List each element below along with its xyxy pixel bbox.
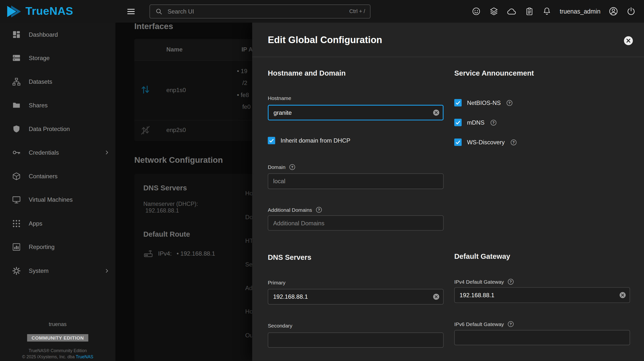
help-icon[interactable]: ? [289,164,296,170]
copyright-text: © 2025 iXsystems, Inc. dba TrueNAS [0,354,116,359]
datasets-icon [12,77,21,86]
sidebar-item-apps[interactable]: Apps [0,212,116,235]
ipv6-gateway-field [454,330,630,345]
domain-label-text: Domain [268,164,286,170]
netbios-label: NetBIOS-NS [467,100,501,106]
clear-icon[interactable] [432,293,440,300]
inherit-domain-label: Inherit domain from DHCP [280,137,350,144]
sidebar-item-label: Apps [29,220,42,227]
svg-text:?: ? [510,280,512,284]
credentials-icon [12,148,21,157]
svg-text:?: ? [510,322,512,326]
truenas-logo[interactable]: TrueNAS [0,5,116,19]
search-input[interactable] [167,8,346,15]
sidebar-item-dashboard[interactable]: Dashboard [0,23,116,46]
jobs-icon[interactable] [522,4,537,19]
sidebar-item-data-protection[interactable]: Data Protection [0,117,116,141]
panel-right-column: Service Announcement NetBIOS-NS ? mDNS ? [454,57,630,345]
checkbox-checked[interactable] [454,99,462,106]
sidebar-item-datasets[interactable]: Datasets [0,70,116,94]
hostname-field-label: Hostname [268,95,444,102]
sidebar-item-reporting[interactable]: Reporting [0,235,116,259]
truenas-logo-icon [6,5,22,19]
top-right-actions: truenas_admin [469,4,644,19]
primary-dns-input[interactable] [268,289,444,304]
checkbox-checked[interactable] [454,119,462,126]
secondary-dns-input[interactable] [268,332,444,348]
containers-icon [12,172,21,181]
ipv6-gateway-input[interactable] [454,330,630,345]
svg-text:?: ? [492,120,494,124]
vm-icon [12,195,21,204]
sidebar-item-label: Shares [29,102,48,109]
user-avatar-icon[interactable] [606,4,620,19]
mdns-label: mDNS [467,119,484,126]
additional-domains-field [268,215,444,231]
sidebar-item-containers[interactable]: Containers [0,165,116,188]
sidebar-item-label: System [29,267,49,274]
copyright-link[interactable]: TrueNAS [76,354,93,359]
checkbox-checked[interactable] [454,138,462,146]
search-bar: Ctrl + / [150,5,370,19]
sidebar-item-label: Datasets [29,78,52,85]
additional-domains-label-text: Additional Domains [268,207,312,212]
power-icon[interactable] [624,4,638,19]
close-icon[interactable] [623,36,634,46]
chevron-right-icon [103,149,110,156]
sidebar-item-virtual-machines[interactable]: Virtual Machines [0,188,116,212]
help-icon[interactable]: ? [506,99,513,106]
edition-text: TrueNAS® Community Edition [0,348,116,353]
mdns-checkbox-row: mDNS ? [454,118,630,127]
help-icon[interactable]: ? [510,139,517,146]
sidebar-item-storage[interactable]: Storage [0,46,116,70]
search-icon [155,7,163,15]
additional-domains-field-label: Additional Domains ? [268,206,444,213]
hostname-input[interactable] [268,105,444,120]
sidebar-item-system[interactable]: System [0,259,116,282]
system-hostname: truenas [0,321,116,327]
ipv4-gateway-input[interactable] [454,287,630,303]
help-icon[interactable]: ? [507,278,514,285]
help-icon[interactable]: ? [490,119,497,126]
secondary-dns-label: Secondary [268,322,444,329]
sidebar-item-label: Containers [29,173,58,180]
additional-domains-input[interactable] [268,215,444,231]
sidebar-footer: truenas COMMUNITY EDITION TrueNAS® Commu… [0,321,116,359]
sidebar-item-shares[interactable]: Shares [0,94,116,117]
panel-left-column: Hostname and Domain Hostname Inherit dom… [268,57,444,348]
screen: TrueNAS Ctrl + / [0,0,644,361]
netbios-checkbox-row: NetBIOS-NS ? [454,99,630,107]
domain-input[interactable] [268,173,444,189]
menu-toggle-icon[interactable] [124,5,138,18]
svg-text:?: ? [318,208,320,212]
help-icon[interactable]: ? [315,206,322,213]
feedback-icon[interactable] [469,4,484,19]
primary-dns-field [268,289,444,304]
sidebar-item-credentials[interactable]: Credentials [0,141,116,165]
sidebar-item-label: Virtual Machines [29,196,72,203]
clear-icon[interactable] [619,291,626,299]
primary-dns-label: Primary [268,279,444,286]
clear-icon[interactable] [432,109,440,116]
logo-text: TrueNAS [25,5,73,18]
domain-field-label: Domain ? [268,164,444,170]
alerts-bell-icon[interactable] [540,4,554,19]
cloud-icon[interactable] [504,4,519,19]
apps-icon [12,219,21,228]
system-gear-icon [12,266,21,275]
storage-icon [12,54,21,63]
checkbox-checked[interactable] [268,137,275,144]
hostname-domain-section-title: Hostname and Domain [268,69,444,78]
default-gateway-section-title: Default Gateway [454,252,630,261]
secondary-dns-field [268,332,444,348]
chevron-right-icon [103,267,110,274]
logged-in-username[interactable]: truenas_admin [560,8,600,15]
hostname-field [268,105,444,120]
top-bar: TrueNAS Ctrl + / [0,0,644,23]
dns-servers-section-title: DNS Servers [268,253,444,262]
search-shortcut-hint: Ctrl + / [349,8,365,14]
help-icon[interactable]: ? [507,321,514,327]
inherit-domain-checkbox-row: Inherit domain from DHCP [268,136,444,145]
stacks-icon[interactable] [486,4,501,19]
sidebar-item-label: Credentials [29,149,59,156]
